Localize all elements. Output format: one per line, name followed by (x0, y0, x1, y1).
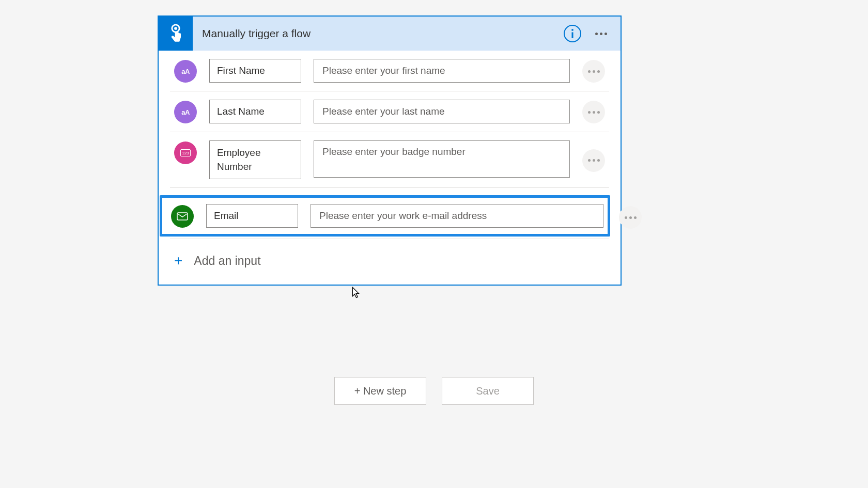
svg-rect-3 (571, 32, 573, 38)
new-step-button[interactable]: + New step (334, 377, 426, 405)
cursor-icon (351, 287, 361, 301)
touch-icon (166, 23, 185, 44)
row-more-icon[interactable] (582, 101, 605, 123)
input-name-field[interactable]: Employee Number (209, 140, 301, 179)
input-description-field[interactable]: Please enter your last name (314, 100, 570, 123)
trigger-type-icon-box (159, 17, 193, 51)
row-more-icon[interactable] (619, 206, 642, 229)
save-button[interactable]: Save (442, 377, 534, 405)
input-name-field[interactable]: First Name (209, 59, 301, 83)
row-more-icon[interactable] (582, 149, 605, 172)
trigger-body: aA First Name Please enter your first na… (159, 51, 621, 285)
input-row-employee-number: 123 Employee Number Please enter your ba… (170, 132, 609, 188)
plus-icon: + (174, 253, 182, 269)
row-more-icon[interactable] (582, 60, 605, 83)
input-description-field[interactable]: Please enter your work e-mail address (311, 204, 603, 228)
svg-rect-4 (177, 213, 188, 220)
email-icon (171, 205, 194, 228)
info-icon[interactable] (564, 25, 581, 42)
more-icon[interactable] (591, 33, 611, 35)
footer-buttons: + New step Save (334, 377, 534, 405)
svg-point-1 (174, 27, 177, 30)
svg-point-2 (571, 29, 574, 31)
trigger-card: Manually trigger a flow aA First Name Pl… (158, 15, 622, 286)
input-row-first-name: aA First Name Please enter your first na… (170, 51, 609, 91)
trigger-title: Manually trigger a flow (193, 27, 564, 40)
input-name-field[interactable]: Last Name (209, 100, 301, 123)
input-row-email: Email Please enter your work e-mail addr… (160, 195, 610, 237)
trigger-header[interactable]: Manually trigger a flow (159, 17, 621, 51)
input-row-last-name: aA Last Name Please enter your last name (170, 91, 609, 132)
input-description-field[interactable]: Please enter your first name (314, 59, 570, 83)
input-name-field[interactable]: Email (206, 204, 298, 228)
text-icon: aA (174, 101, 197, 123)
add-input-label: Add an input (194, 254, 260, 268)
input-description-field[interactable]: Please enter your badge number (314, 140, 570, 178)
number-icon: 123 (174, 141, 197, 164)
text-icon: aA (174, 60, 197, 83)
add-input-button[interactable]: + Add an input (159, 239, 621, 285)
